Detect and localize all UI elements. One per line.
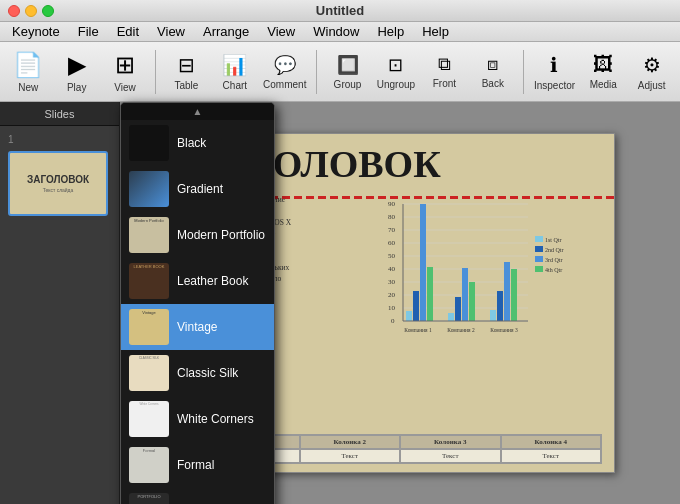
theme-thumb-modern: Modern Portfolio bbox=[129, 217, 169, 253]
theme-label-white-corners: White Corners bbox=[177, 412, 254, 426]
table-cell-1-4: Текст bbox=[501, 449, 602, 463]
svg-rect-27 bbox=[469, 282, 475, 321]
svg-text:30: 30 bbox=[388, 278, 396, 286]
slide-number: 1 bbox=[8, 134, 111, 145]
table-cell-1-3: Текст bbox=[400, 449, 501, 463]
adjust-label: Adjust bbox=[638, 80, 666, 91]
menu-view2[interactable]: View bbox=[259, 23, 303, 40]
slide-thumbnail-1[interactable]: ЗАГОЛОВОК Текст слайда bbox=[8, 151, 108, 216]
svg-rect-20 bbox=[406, 311, 412, 321]
svg-text:70: 70 bbox=[388, 226, 396, 234]
media-icon: 🖼 bbox=[593, 53, 613, 76]
toolbar-separator-3 bbox=[523, 50, 524, 94]
menu-file[interactable]: File bbox=[70, 23, 107, 40]
play-icon: ▶ bbox=[68, 51, 86, 79]
theme-item-formal[interactable]: Formal Formal bbox=[121, 442, 274, 488]
svg-text:4th Qtr: 4th Qtr bbox=[545, 267, 562, 273]
toolbar-separator-1 bbox=[155, 50, 156, 94]
svg-rect-29 bbox=[497, 291, 503, 321]
play-button[interactable]: ▶ Play bbox=[56, 46, 96, 98]
bar-chart: 90 80 70 60 50 40 30 20 10 0 bbox=[373, 194, 573, 364]
media-button[interactable]: 🖼 Media bbox=[583, 46, 623, 98]
theme-item-black[interactable]: Black bbox=[121, 120, 274, 166]
ungroup-button[interactable]: ⊡ Ungroup bbox=[376, 46, 416, 98]
view-button[interactable]: ⊞ View bbox=[105, 46, 145, 98]
theme-thumb-leather: LEATHER BOOK bbox=[129, 263, 169, 299]
table-header-col3: Колонка 3 bbox=[400, 435, 501, 449]
new-button[interactable]: 📄 New bbox=[8, 46, 48, 98]
theme-thumb-formal: Formal bbox=[129, 447, 169, 483]
table-button[interactable]: ⊟ Table bbox=[166, 46, 206, 98]
back-button[interactable]: ⧈ Back bbox=[473, 46, 513, 98]
table-label: Table bbox=[174, 80, 198, 91]
inspector-button[interactable]: ℹ Inspector bbox=[534, 46, 575, 98]
scroll-up-arrow[interactable]: ▲ bbox=[121, 103, 274, 120]
inspector-icon: ℹ bbox=[550, 53, 558, 77]
theme-thumb-black bbox=[129, 125, 169, 161]
maximize-button[interactable] bbox=[42, 5, 54, 17]
theme-item-gradient[interactable]: Gradient bbox=[121, 166, 274, 212]
sidebar-header: Slides bbox=[0, 102, 119, 126]
close-button[interactable] bbox=[8, 5, 20, 17]
theme-thumb-white-corners: White Corners bbox=[129, 401, 169, 437]
chart-container: 90 80 70 60 50 40 30 20 10 0 bbox=[373, 194, 573, 364]
adjust-button[interactable]: ⚙ Adjust bbox=[632, 46, 672, 98]
adjust-icon: ⚙ bbox=[643, 53, 661, 77]
table-header-col4: Колонка 4 bbox=[501, 435, 602, 449]
svg-text:Компания 3: Компания 3 bbox=[490, 327, 518, 333]
main-layout: Slides 1 ЗАГОЛОВОК Текст слайда ▲ Black … bbox=[0, 102, 680, 504]
theme-item-white-corners[interactable]: White Corners White Corners bbox=[121, 396, 274, 442]
back-icon: ⧈ bbox=[487, 54, 498, 75]
front-button[interactable]: ⧉ Front bbox=[424, 46, 464, 98]
svg-rect-39 bbox=[535, 246, 543, 252]
slide-panel: 1 ЗАГОЛОВОК Текст слайда bbox=[0, 126, 119, 224]
theme-item-modern-portfolio[interactable]: Modern Portfolio Modern Portfolio bbox=[121, 212, 274, 258]
group-icon: 🔲 bbox=[337, 54, 359, 76]
minimize-button[interactable] bbox=[25, 5, 37, 17]
window-title: Untitled bbox=[316, 3, 364, 18]
menu-edit[interactable]: Edit bbox=[109, 23, 147, 40]
svg-text:50: 50 bbox=[388, 252, 396, 260]
comment-button[interactable]: 💬 Comment bbox=[263, 46, 306, 98]
group-button[interactable]: 🔲 Group bbox=[327, 46, 367, 98]
title-bar: Untitled bbox=[0, 0, 680, 22]
svg-rect-26 bbox=[462, 268, 468, 321]
menu-window[interactable]: Window bbox=[305, 23, 367, 40]
svg-rect-28 bbox=[490, 310, 496, 321]
theme-item-vintage[interactable]: Vintage Vintage bbox=[121, 304, 274, 350]
table-icon: ⊟ bbox=[178, 53, 195, 77]
svg-rect-25 bbox=[455, 297, 461, 321]
chart-label: Chart bbox=[223, 80, 247, 91]
theme-label-black: Black bbox=[177, 136, 206, 150]
theme-thumb-portfolio: PORTFOLIO bbox=[129, 493, 169, 504]
front-label: Front bbox=[433, 78, 456, 89]
menu-arrange[interactable]: Arrange bbox=[195, 23, 257, 40]
menu-help[interactable]: Help bbox=[369, 23, 412, 40]
svg-text:40: 40 bbox=[388, 265, 396, 273]
inspector-label: Inspector bbox=[534, 80, 575, 91]
comment-label: Comment bbox=[263, 79, 306, 90]
media-label: Media bbox=[590, 79, 617, 90]
theme-item-portfolio[interactable]: PORTFOLIO Portfolio bbox=[121, 488, 274, 504]
toolbar: 📄 New ▶ Play ⊞ View ⊟ Table 📊 Chart 💬 Co… bbox=[0, 42, 680, 102]
theme-thumb-vintage: Vintage bbox=[129, 309, 169, 345]
sidebar: Slides 1 ЗАГОЛОВОК Текст слайда bbox=[0, 102, 120, 504]
svg-rect-22 bbox=[420, 204, 426, 321]
theme-label-leather-book: Leather Book bbox=[177, 274, 248, 288]
chart-button[interactable]: 📊 Chart bbox=[215, 46, 255, 98]
front-icon: ⧉ bbox=[438, 54, 451, 75]
svg-text:Компания 1: Компания 1 bbox=[404, 327, 432, 333]
menu-bar: Keynote File Edit View Arrange View Wind… bbox=[0, 22, 680, 42]
theme-dropdown-menu: ▲ Black Gradient Modern Portfolio Modern… bbox=[120, 102, 275, 504]
new-label: New bbox=[18, 82, 38, 93]
menu-help2[interactable]: Help bbox=[414, 23, 457, 40]
svg-text:80: 80 bbox=[388, 213, 396, 221]
theme-item-classic-silk[interactable]: CLASSIC SILK Classic Silk bbox=[121, 350, 274, 396]
menu-view[interactable]: View bbox=[149, 23, 193, 40]
back-label: Back bbox=[482, 78, 504, 89]
theme-item-leather-book[interactable]: LEATHER BOOK Leather Book bbox=[121, 258, 274, 304]
theme-label-vintage: Vintage bbox=[177, 320, 217, 334]
theme-thumb-classic-silk: CLASSIC SILK bbox=[129, 355, 169, 391]
menu-keynote[interactable]: Keynote bbox=[4, 23, 68, 40]
view-label: View bbox=[114, 82, 136, 93]
